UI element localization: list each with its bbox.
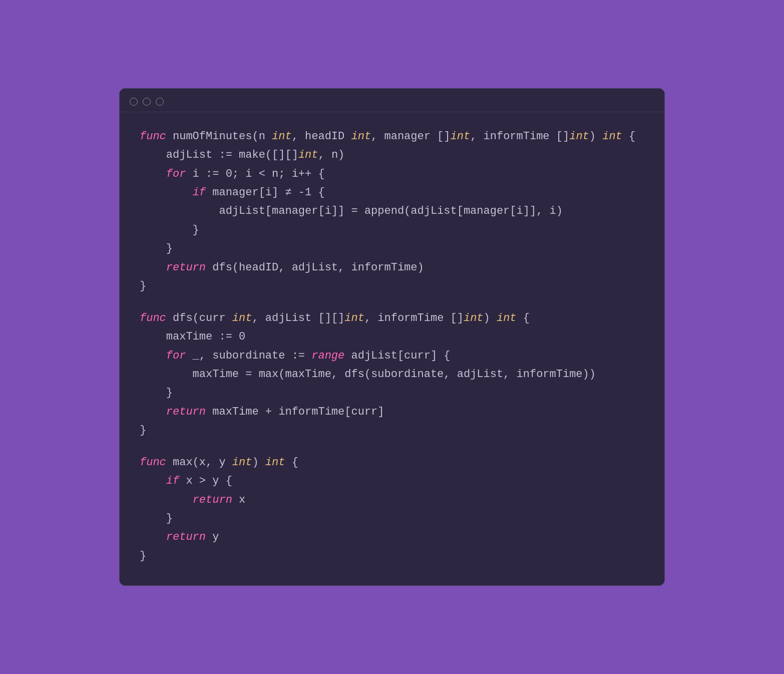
code-line-16: } (140, 421, 644, 440)
code-line-10: func dfs(curr int, adjList [][]int, info… (140, 309, 644, 327)
window-dot-1 (130, 98, 138, 106)
title-bar (120, 89, 664, 112)
code-line-11: maxTime := 0 (140, 327, 644, 346)
code-line-18: if x > y { (140, 472, 644, 490)
code-line-6: } (140, 221, 644, 239)
code-window: func numOfMinutes(n int, headID int, man… (119, 88, 665, 586)
code-line-17: func max(x, y int) int { (140, 453, 644, 472)
code-line-14: } (140, 384, 644, 402)
code-line-19: return x (140, 491, 644, 509)
code-line-2: adjList := make([][]int, n) (140, 146, 644, 164)
code-line-1: func numOfMinutes(n int, headID int, man… (140, 127, 644, 146)
code-line-4: if manager[i] ≠ -1 { (140, 183, 644, 202)
code-line-21: return y (140, 528, 644, 546)
window-dot-3 (156, 98, 164, 106)
blank-line-1 (140, 295, 644, 308)
code-line-3: for i := 0; i < n; i++ { (140, 165, 644, 183)
code-line-7: } (140, 239, 644, 258)
window-dot-2 (143, 98, 151, 106)
code-line-22: } (140, 547, 644, 565)
code-area: func numOfMinutes(n int, headID int, man… (120, 112, 664, 585)
code-line-5: adjList[manager[i]] = append(adjList[man… (140, 202, 644, 220)
code-line-12: for _, subordinate := range adjList[curr… (140, 347, 644, 365)
code-line-13: maxTime = max(maxTime, dfs(subordinate, … (140, 365, 644, 384)
blank-line-2 (140, 440, 644, 453)
code-line-20: } (140, 509, 644, 528)
code-line-9: } (140, 277, 644, 295)
code-line-15: return maxTime + informTime[curr] (140, 403, 644, 421)
code-line-8: return dfs(headID, adjList, informTime) (140, 258, 644, 277)
